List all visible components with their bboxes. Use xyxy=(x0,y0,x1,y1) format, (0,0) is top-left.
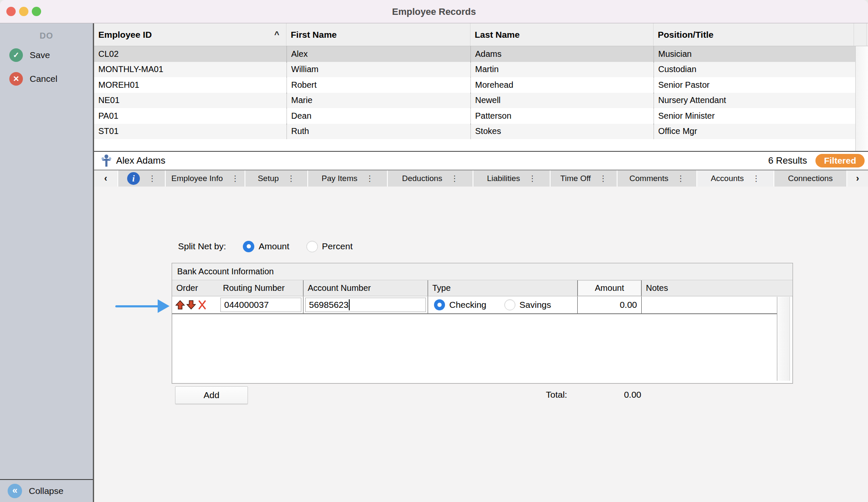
kebab-menu-icon[interactable]: ⋮ xyxy=(451,174,459,183)
column-header-amount: Amount xyxy=(577,280,641,296)
column-header-order: Order xyxy=(172,280,219,296)
tab-info[interactable]: i ⋮ xyxy=(118,170,165,187)
table-row[interactable]: NE01 Marie Newell Nursery Attendant xyxy=(94,93,868,109)
person-icon xyxy=(101,154,112,167)
employee-table-header: Employee ID ^ First Name Last Name Posit… xyxy=(94,23,868,46)
window-title: Employee Records xyxy=(0,0,868,23)
type-cell: Checking Savings xyxy=(428,296,577,313)
table-row[interactable]: ST01 Ruth Stokes Office Mgr xyxy=(94,124,868,139)
bank-group-title: Bank Account Information xyxy=(172,263,793,280)
tab-pay-items[interactable]: Pay Items ⋮ xyxy=(308,170,387,187)
collapse-button[interactable]: « Collapse xyxy=(0,479,93,502)
cancel-label: Cancel xyxy=(30,74,57,84)
do-sidebar: DO ✓ Save ✕ Cancel « Collapse xyxy=(0,23,93,502)
check-icon: ✓ xyxy=(9,48,23,62)
table-row[interactable]: CL02 Alex Adams Musician xyxy=(94,46,868,62)
split-net-by-group: Split Net by: Amount Percent xyxy=(178,238,353,255)
save-button[interactable]: ✓ Save xyxy=(0,46,93,64)
tab-comments[interactable]: Comments ⋮ xyxy=(618,170,696,187)
add-button[interactable]: Add xyxy=(175,386,248,404)
cancel-button[interactable]: ✕ Cancel xyxy=(0,70,93,88)
sidebar-header: DO xyxy=(0,31,93,41)
kebab-menu-icon[interactable]: ⋮ xyxy=(599,174,607,183)
double-chevron-left-icon: « xyxy=(8,484,22,498)
move-down-icon[interactable] xyxy=(186,300,196,310)
title-bar: Employee Records xyxy=(0,0,868,23)
split-net-by-label: Split Net by: xyxy=(178,241,226,251)
selected-record-name: Alex Adams xyxy=(116,155,165,166)
checking-radio-label[interactable]: Checking xyxy=(449,300,487,310)
tab-connections[interactable]: Connections xyxy=(774,170,846,187)
routing-number-cell: 044000037 xyxy=(219,296,303,313)
collapse-label: Collapse xyxy=(29,486,64,496)
total-label: Total: xyxy=(546,390,567,400)
tab-accounts[interactable]: Accounts ⋮ xyxy=(697,170,773,187)
amount-radio-label[interactable]: Amount xyxy=(259,241,289,251)
bank-account-row: 044000037 56985623 Checking Savings 0.00 xyxy=(172,296,777,314)
amount-input[interactable]: 0.00 xyxy=(577,296,641,313)
filtered-badge[interactable]: Filtered xyxy=(815,154,865,167)
table-row[interactable]: MONTHLY-MA01 William Martin Custodian xyxy=(94,62,868,78)
sort-ascending-icon: ^ xyxy=(274,30,279,39)
kebab-menu-icon[interactable]: ⋮ xyxy=(148,174,156,183)
checking-radio[interactable] xyxy=(434,299,445,310)
column-header-employee-id[interactable]: Employee ID ^ xyxy=(94,23,287,46)
info-icon: i xyxy=(127,172,140,185)
order-cell xyxy=(172,296,219,313)
tabs-scroll-left-button[interactable]: ‹ xyxy=(94,170,117,187)
move-up-icon[interactable] xyxy=(175,300,185,310)
account-number-input[interactable]: 56985623 xyxy=(305,298,426,312)
column-header-position[interactable]: Position/Title xyxy=(654,23,854,46)
table-row[interactable]: MOREH01 Robert Morehead Senior Pastor xyxy=(94,77,868,93)
main-area: Employee ID ^ First Name Last Name Posit… xyxy=(93,23,868,502)
savings-radio-label[interactable]: Savings xyxy=(520,300,551,310)
bank-table-scrollbar[interactable] xyxy=(777,297,790,381)
column-header-routing-number: Routing Number xyxy=(219,280,303,296)
tabs-scroll-right-button[interactable]: › xyxy=(847,170,868,187)
bank-table-header: Order Routing Number Account Number Type… xyxy=(172,280,793,296)
bank-header-spacer xyxy=(777,280,790,296)
savings-radio[interactable] xyxy=(504,299,515,310)
percent-radio-label[interactable]: Percent xyxy=(322,241,353,251)
tab-deductions[interactable]: Deductions ⋮ xyxy=(388,170,473,187)
chevron-left-icon: ‹ xyxy=(104,173,107,184)
kebab-menu-icon[interactable]: ⋮ xyxy=(287,174,295,183)
tab-bar: ‹ i ⋮ Employee Info ⋮ Setup ⋮ Pay Items … xyxy=(94,170,868,187)
bank-account-information-group: Bank Account Information Order Routing N… xyxy=(172,263,793,384)
table-row[interactable]: PA01 Dean Patterson Senior Minister xyxy=(94,108,868,124)
kebab-menu-icon[interactable]: ⋮ xyxy=(366,174,373,183)
kebab-menu-icon[interactable]: ⋮ xyxy=(752,174,760,183)
routing-number-input[interactable]: 044000037 xyxy=(220,298,301,312)
tab-employee-info[interactable]: Employee Info ⋮ xyxy=(166,170,245,187)
tab-setup[interactable]: Setup ⋮ xyxy=(245,170,307,187)
column-header-last-name[interactable]: Last Name xyxy=(470,23,654,46)
chevron-right-icon: › xyxy=(856,173,859,184)
total-value: 0.00 xyxy=(594,390,641,400)
kebab-menu-icon[interactable]: ⋮ xyxy=(529,174,536,183)
account-number-cell: 56985623 xyxy=(303,296,428,313)
save-label: Save xyxy=(30,50,50,60)
x-icon: ✕ xyxy=(9,72,23,86)
kebab-menu-icon[interactable]: ⋮ xyxy=(231,174,239,183)
column-header-notes: Notes xyxy=(641,280,777,296)
results-count: 6 Results xyxy=(768,155,807,166)
tab-liabilities[interactable]: Liabilities ⋮ xyxy=(473,170,550,187)
kebab-menu-icon[interactable]: ⋮ xyxy=(677,174,684,183)
notes-input[interactable] xyxy=(641,296,777,313)
employee-table: Employee ID ^ First Name Last Name Posit… xyxy=(94,23,868,152)
column-header-type: Type xyxy=(428,280,577,296)
text-cursor xyxy=(349,299,350,310)
annotation-arrow-icon xyxy=(115,299,170,313)
column-header-first-name[interactable]: First Name xyxy=(287,23,470,46)
tab-time-off[interactable]: Time Off ⋮ xyxy=(551,170,617,187)
employee-records-window: Employee Records DO ✓ Save ✕ Cancel « Co… xyxy=(0,0,868,502)
record-bar: Alex Adams 6 Results Filtered xyxy=(94,152,868,170)
column-header-spacer xyxy=(854,23,867,46)
amount-radio[interactable] xyxy=(243,241,254,252)
delete-row-icon[interactable] xyxy=(198,300,207,310)
employee-table-scrollbar[interactable] xyxy=(855,46,868,151)
percent-radio[interactable] xyxy=(306,241,318,252)
column-header-account-number: Account Number xyxy=(303,280,428,296)
